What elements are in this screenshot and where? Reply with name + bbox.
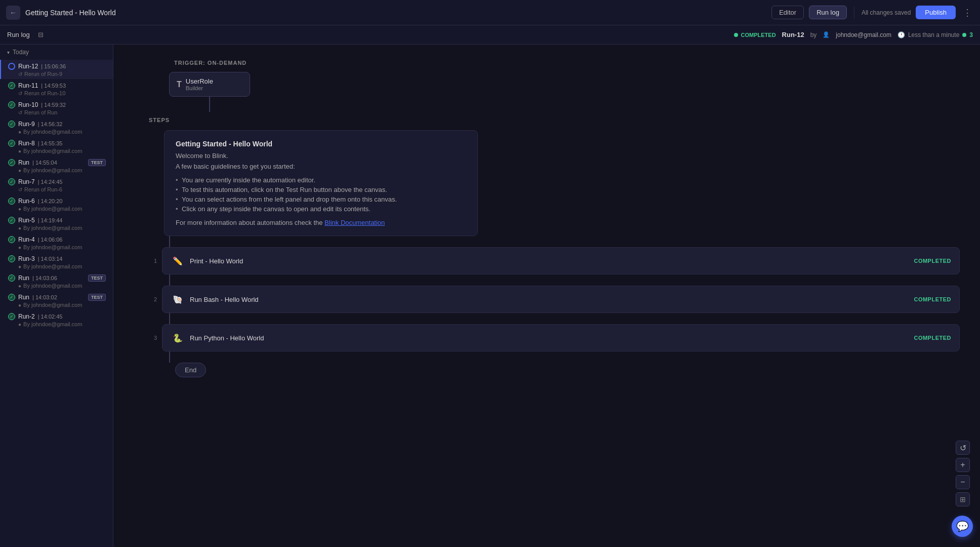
canvas-area: TRIGGER: ON-DEMAND T UserRole Builder ST…	[113, 45, 980, 547]
run-sub-icon: ↺	[18, 110, 22, 115]
info-card-guideline: A few basic guidelines to get you starte…	[176, 163, 466, 170]
more-menu-button[interactable]: ⋮	[961, 7, 974, 18]
run-time: | 14:03:02	[32, 294, 57, 300]
run-item[interactable]: ✓Run-7 | 14:24:45↺Rerun of Run-6	[0, 175, 113, 194]
collapse-icon[interactable]: ▾	[7, 50, 10, 55]
main-body: ▾ Today Run-12 | 15:06:36↺Rerun of Run-9…	[0, 45, 980, 547]
run-sub-text: Rerun of Run-6	[24, 186, 62, 192]
trigger-node[interactable]: T UserRole Builder	[169, 72, 250, 97]
filter-icon[interactable]: ⊟	[38, 31, 44, 38]
status-badge: COMPLETED	[734, 32, 776, 38]
run-item[interactable]: ✓Run-3 | 14:03:14●By johndoe@gmail.com	[0, 252, 113, 271]
run-list: Run-12 | 15:06:36↺Rerun of Run-9✓Run-11 …	[0, 60, 113, 329]
info-card[interactable]: Getting Started - Hello World Welcome to…	[164, 130, 478, 236]
user-email: johndoe@gmail.com	[836, 31, 891, 38]
run-name: Run-8	[18, 140, 35, 147]
step-connector	[149, 275, 960, 286]
test-badge: TEST	[88, 275, 106, 282]
run-name: Run-5	[18, 217, 35, 224]
step-status: COMPLETED	[914, 296, 951, 302]
run-item[interactable]: ✓Run-10 | 14:59:32↺Rerun of Run	[0, 98, 113, 118]
grid-button[interactable]: ⊞	[956, 492, 970, 506]
run-item[interactable]: ✓Run-11 | 14:59:53↺Rerun of Run-10	[0, 79, 113, 98]
step-count: 3	[969, 31, 973, 38]
run-sub-icon: ●	[18, 322, 21, 327]
zoom-out-button[interactable]: −	[956, 475, 970, 489]
test-badge: TEST	[88, 159, 106, 166]
step-card[interactable]: ✏️Print - Hello WorldCOMPLETED	[162, 247, 960, 275]
section-header: ▾ Today	[0, 45, 113, 60]
run-sub-info: ●By johndoe@gmail.com	[8, 321, 106, 327]
run-sub-text: By johndoe@gmail.com	[23, 129, 82, 135]
run-item[interactable]: Run-12 | 15:06:36↺Rerun of Run-9	[0, 60, 113, 79]
run-sub-text: By johndoe@gmail.com	[23, 283, 82, 289]
run-status-icon: ✓	[8, 255, 15, 262]
zoom-in-button[interactable]: +	[956, 458, 970, 472]
step-card[interactable]: 🐍Run Python - Hello WorldCOMPLETED	[162, 324, 960, 351]
run-item[interactable]: ✓Run | 14:03:02TEST●By johndoe@gmail.com	[0, 291, 113, 310]
clock-icon: 🕐	[897, 31, 905, 38]
run-sub-text: By johndoe@gmail.com	[23, 321, 82, 327]
runlog-button[interactable]: Run log	[809, 6, 847, 19]
run-sub-info: ●By johndoe@gmail.com	[8, 302, 106, 308]
step-icon: 🐍	[171, 331, 185, 345]
publish-button[interactable]: Publish	[916, 6, 956, 19]
run-sub-icon: ●	[18, 148, 21, 154]
run-item[interactable]: ✓Run | 14:03:06TEST●By johndoe@gmail.com	[0, 271, 113, 291]
user-icon: 👤	[823, 31, 830, 38]
run-item[interactable]: ✓Run-6 | 14:20:20●By johndoe@gmail.com	[0, 194, 113, 214]
step-status: COMPLETED	[914, 335, 951, 341]
run-sub-icon: ●	[18, 168, 21, 173]
run-time: | 14:55:04	[32, 160, 57, 166]
run-item[interactable]: ✓Run | 14:55:04TEST●By johndoe@gmail.com	[0, 156, 113, 175]
info-bullet: To test this automation, click on the Te…	[176, 185, 466, 194]
run-status-icon	[8, 63, 15, 70]
run-time: | 14:02:45	[38, 314, 63, 320]
run-time: | 14:59:32	[41, 102, 66, 108]
step-connector	[149, 313, 960, 324]
grid-icon: ⊞	[960, 495, 966, 503]
run-item[interactable]: ✓Run-5 | 14:19:44●By johndoe@gmail.com	[0, 214, 113, 233]
run-name: Run	[18, 294, 29, 301]
trigger-sub: Builder	[186, 85, 213, 91]
refresh-button[interactable]: ↺	[956, 441, 970, 455]
connector-info	[149, 236, 960, 247]
run-item[interactable]: ✓Run-9 | 14:56:32●By johndoe@gmail.com	[0, 118, 113, 137]
run-item[interactable]: ✓Run-8 | 14:55:35●By johndoe@gmail.com	[0, 137, 113, 156]
run-sub-text: Rerun of Run-9	[24, 71, 62, 77]
info-bullets: You are currently inside the automation …	[176, 175, 466, 214]
info-bullet: You are currently inside the automation …	[176, 175, 466, 185]
blink-doc-link[interactable]: Blink Documentation	[324, 219, 385, 226]
sidebar: ▾ Today Run-12 | 15:06:36↺Rerun of Run-9…	[0, 45, 113, 547]
run-status-icon: ✓	[8, 198, 15, 205]
back-button[interactable]: ←	[6, 6, 20, 20]
back-icon: ←	[10, 9, 17, 17]
refresh-icon: ↺	[960, 443, 966, 453]
run-sub-icon: ↺	[18, 91, 22, 96]
run-time: | 14:55:35	[38, 140, 63, 146]
run-status-icon: ✓	[8, 217, 15, 224]
run-sub-text: Rerun of Run	[24, 109, 57, 115]
run-status-icon: ✓	[8, 82, 15, 89]
run-sub-icon: ●	[18, 283, 21, 289]
trigger-info: UserRole Builder	[186, 77, 213, 91]
footer-text: For more information about automations c…	[176, 219, 324, 226]
run-sub-icon: ●	[18, 264, 21, 269]
run-sub-info: ●By johndoe@gmail.com	[8, 263, 106, 269]
step-row: 1✏️Print - Hello WorldCOMPLETED	[149, 247, 960, 275]
step-card[interactable]: 🐚Run Bash - Hello WorldCOMPLETED	[162, 286, 960, 313]
info-bullet: Click on any step inside the canvas to o…	[176, 204, 466, 214]
status-dot	[734, 33, 738, 37]
test-badge: TEST	[88, 294, 106, 301]
time-info: 🕐 Less than a minute 3	[897, 31, 973, 38]
step-name: Run Python - Hello World	[190, 334, 909, 342]
run-item[interactable]: ✓Run-2 | 14:02:45●By johndoe@gmail.com	[0, 310, 113, 329]
run-sub-icon: ●	[18, 302, 21, 308]
run-sub-icon: ↺	[18, 187, 22, 192]
run-item[interactable]: ✓Run-4 | 14:06:06●By johndoe@gmail.com	[0, 233, 113, 252]
step-row: 3🐍Run Python - Hello WorldCOMPLETED	[149, 324, 960, 351]
run-time: | 14:24:45	[38, 179, 63, 185]
editor-button[interactable]: Editor	[771, 6, 804, 19]
chat-button[interactable]: 💬	[952, 516, 973, 537]
end-node: End	[175, 363, 206, 377]
